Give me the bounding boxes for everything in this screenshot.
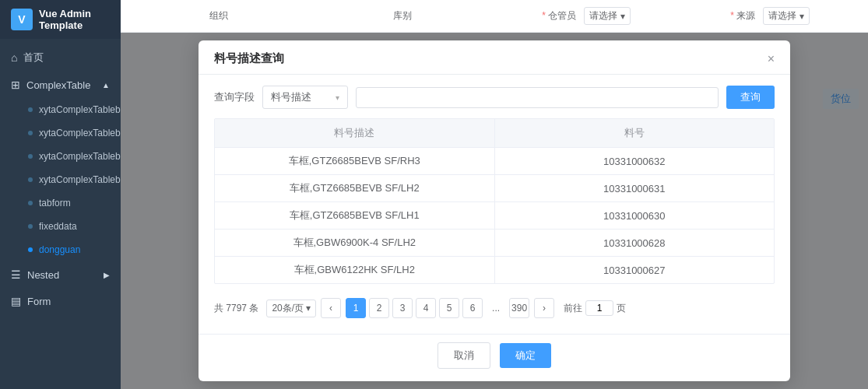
table-row[interactable]: 车框,GTZ6685BEVB SF/LH1 10331000630 bbox=[215, 202, 774, 230]
pagination: 共 7797 条 20条/页 ▾ ‹ 123456...390 › 前往 bbox=[214, 293, 775, 323]
source-placeholder: 请选择 bbox=[768, 9, 796, 23]
chevron-right-icon: ▶ bbox=[104, 271, 110, 279]
search-label: 查询字段 bbox=[214, 90, 255, 104]
form-icon: ▤ bbox=[11, 295, 21, 307]
source-select[interactable]: 请选择 ▾ bbox=[763, 7, 810, 25]
dot-icon bbox=[28, 107, 33, 112]
page-button-2[interactable]: 2 bbox=[369, 298, 389, 318]
col-header-manager: * 仓管员 请选择 ▾ bbox=[497, 7, 675, 25]
sidebar-group-complex-table-label: ComplexTable bbox=[26, 79, 90, 91]
sidebar-sub-item-label: xytaComplexTableble5 bbox=[39, 174, 121, 185]
sidebar-group-complex-table[interactable]: ⊞ ComplexTable ▲ bbox=[0, 72, 121, 98]
cell-code: 10331000627 bbox=[495, 258, 775, 282]
page-button-1[interactable]: 1 bbox=[346, 298, 366, 318]
page-button-4[interactable]: 4 bbox=[416, 298, 436, 318]
dot-icon bbox=[28, 224, 33, 229]
sidebar-item-fixeddata[interactable]: fixeddata bbox=[0, 215, 121, 238]
page-button-3[interactable]: 3 bbox=[392, 298, 413, 318]
complex-table-icon: ⊞ bbox=[11, 79, 20, 91]
sidebar-item-xyta5[interactable]: xytaComplexTableble5 bbox=[0, 168, 121, 191]
home-icon: ⌂ bbox=[11, 51, 17, 64]
modal-table-body: 车框,GTZ6685BEVB SF/RH3 10331000632 车框,GTZ… bbox=[215, 148, 774, 283]
dot-icon bbox=[28, 201, 33, 205]
chevron-down-icon: ▾ bbox=[620, 11, 625, 22]
modal-table: 料号描述 料号 车框,GTZ6685BEVB SF/RH3 1033100063… bbox=[214, 118, 775, 284]
sidebar: V Vue Admin Template ⌂ 首页 ⊞ ComplexTable… bbox=[0, 0, 121, 389]
page-button-390[interactable]: 390 bbox=[509, 298, 529, 318]
cell-code: 10331000628 bbox=[495, 231, 775, 255]
sidebar-group-nested[interactable]: ☰ Nested ▶ bbox=[0, 261, 121, 288]
cell-desc: 车框,GBW6122HK SF/LH2 bbox=[215, 257, 495, 283]
page-ellipsis: ... bbox=[486, 298, 506, 318]
col-header-org: 组织 bbox=[130, 9, 307, 23]
cell-desc: 车框,GTZ6685BEVB SF/RH3 bbox=[215, 148, 495, 174]
cell-desc: 车框,GTZ6685BEVB SF/LH2 bbox=[215, 175, 495, 202]
confirm-button[interactable]: 确定 bbox=[500, 343, 551, 368]
prev-page-button[interactable]: ‹ bbox=[321, 298, 341, 318]
sidebar-item-dongguan[interactable]: dongguan bbox=[0, 238, 121, 261]
chevron-up-icon: ▲ bbox=[102, 81, 110, 89]
logo-text: Vue Admin Template bbox=[39, 8, 110, 31]
modal-body: 查询字段 料号描述 ▾ 查询 料号描述 料号 bbox=[199, 75, 790, 334]
dot-icon bbox=[28, 131, 33, 135]
sidebar-group-form[interactable]: ▤ Form bbox=[0, 288, 121, 314]
table-row[interactable]: 车框,GTZ6685BEVB SF/LH2 10331000631 bbox=[215, 175, 774, 202]
sidebar-sub-item-label: fixeddata bbox=[39, 221, 77, 232]
cell-desc: 车框,GBW6900K-4 SF/LH2 bbox=[215, 230, 495, 256]
cell-code: 10331000630 bbox=[495, 204, 775, 228]
sidebar-item-xyta4[interactable]: xytaComplexTableble4 bbox=[0, 145, 121, 168]
table-row[interactable]: 车框,GBW6122HK SF/LH2 10331000627 bbox=[215, 257, 774, 283]
sidebar-item-tabform[interactable]: tabform bbox=[0, 191, 121, 215]
dot-icon bbox=[28, 154, 33, 159]
sidebar-sub-item-label: xytaComplexTableble bbox=[39, 104, 121, 115]
dot-icon bbox=[28, 177, 33, 182]
search-button[interactable]: 查询 bbox=[726, 86, 775, 109]
sidebar-item-home[interactable]: ⌂ 首页 bbox=[0, 44, 121, 72]
col-header-code: 料号 bbox=[495, 119, 775, 147]
main-body: 货位 料号描述查询 × 查询字段 料号描述 ▾ bbox=[121, 33, 868, 389]
page-size-select[interactable]: 20条/页 ▾ bbox=[266, 300, 316, 317]
sidebar-item-xyta0[interactable]: xytaComplexTableble bbox=[0, 98, 121, 121]
logo-icon: V bbox=[11, 9, 33, 30]
sidebar-sub-item-label: dongguan bbox=[39, 244, 80, 255]
field-value: 料号描述 bbox=[271, 90, 311, 104]
field-select[interactable]: 料号描述 ▾ bbox=[262, 86, 348, 109]
table-row[interactable]: 车框,GTZ6685BEVB SF/RH3 10331000632 bbox=[215, 148, 774, 175]
main-table-header: 组织 库别 * 仓管员 请选择 ▾ * 来源 请选择 ▾ bbox=[121, 0, 868, 33]
cancel-button[interactable]: 取消 bbox=[438, 342, 490, 369]
modal-dialog: 料号描述查询 × 查询字段 料号描述 ▾ 查询 bbox=[199, 40, 790, 381]
cell-code: 10331000632 bbox=[495, 149, 775, 173]
page-button-5[interactable]: 5 bbox=[439, 298, 459, 318]
manager-placeholder: 请选择 bbox=[589, 9, 617, 23]
page-button-6[interactable]: 6 bbox=[462, 298, 483, 318]
col-header-desc: 料号描述 bbox=[215, 119, 495, 147]
main-content: 组织 库别 * 仓管员 请选择 ▾ * 来源 请选择 ▾ 货位 bbox=[121, 0, 868, 389]
modal-close-button[interactable]: × bbox=[768, 53, 775, 65]
modal-table-header: 料号描述 料号 bbox=[215, 119, 774, 148]
modal-footer: 取消 确定 bbox=[199, 334, 790, 381]
col-header-warehouse: 库别 bbox=[314, 9, 491, 23]
manager-select[interactable]: 请选择 ▾ bbox=[584, 7, 631, 25]
chevron-down-icon: ▾ bbox=[336, 93, 339, 102]
sidebar-group-nested-label: Nested bbox=[27, 269, 59, 281]
sidebar-sub-item-label: tabform bbox=[39, 198, 71, 209]
sidebar-group-form-label: Form bbox=[27, 296, 51, 307]
cell-code: 10331000631 bbox=[495, 177, 775, 201]
modal-overlay: 料号描述查询 × 查询字段 料号描述 ▾ 查询 bbox=[121, 33, 868, 389]
table-row[interactable]: 车框,GBW6900K-4 SF/LH2 10331000628 bbox=[215, 230, 774, 257]
dot-icon bbox=[28, 247, 33, 252]
pagination-total: 共 7797 条 bbox=[214, 302, 258, 315]
next-page-button[interactable]: › bbox=[534, 298, 554, 318]
search-input[interactable] bbox=[356, 87, 719, 108]
sidebar-item-home-label: 首页 bbox=[23, 51, 44, 65]
sidebar-logo: V Vue Admin Template bbox=[0, 0, 121, 39]
col-header-source: * 来源 请选择 ▾ bbox=[681, 7, 859, 25]
goto-input[interactable] bbox=[585, 300, 613, 316]
sidebar-item-xyta1[interactable]: xytaComplexTableble1 bbox=[0, 121, 121, 145]
sidebar-menu: ⌂ 首页 ⊞ ComplexTable ▲ xytaComplexTablebl… bbox=[0, 39, 121, 389]
page-buttons: 123456...390 bbox=[346, 298, 529, 318]
chevron-down-icon: ▾ bbox=[306, 303, 311, 314]
chevron-down-icon: ▾ bbox=[799, 11, 804, 22]
search-bar: 查询字段 料号描述 ▾ 查询 bbox=[214, 86, 775, 109]
modal-header: 料号描述查询 × bbox=[199, 40, 790, 75]
